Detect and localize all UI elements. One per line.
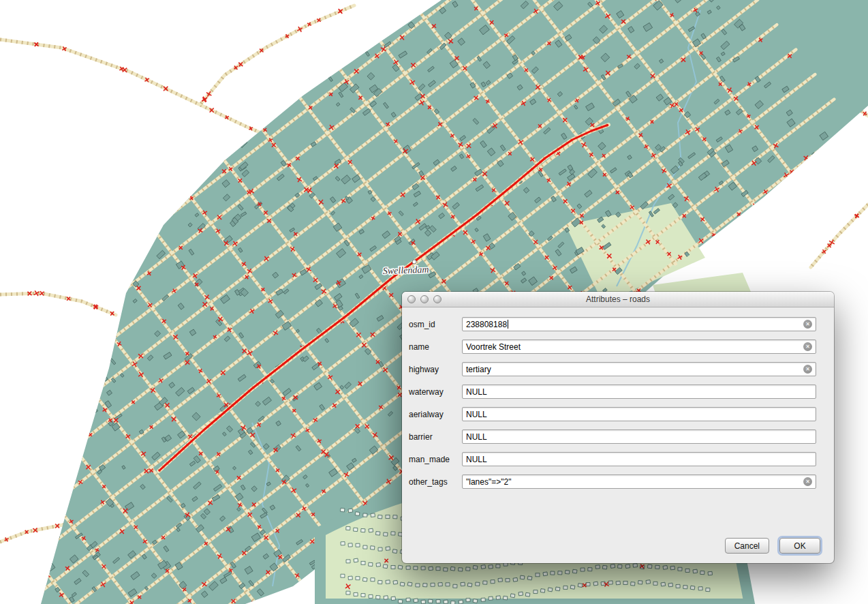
text-caret <box>508 320 508 329</box>
close-window-icon[interactable] <box>407 295 416 303</box>
field-row-man-made: man_made NULL <box>409 452 816 466</box>
field-label: osm_id <box>409 320 462 329</box>
red-x-marker <box>18 455 24 462</box>
red-x-marker <box>249 116 258 125</box>
red-x-marker <box>175 179 183 187</box>
red-x-marker <box>112 258 120 266</box>
red-x-marker <box>743 244 750 251</box>
field-value: 238808188 <box>466 320 507 329</box>
red-x-marker <box>0 515 7 524</box>
field-label: name <box>409 342 462 352</box>
zoom-window-icon[interactable] <box>433 295 441 303</box>
red-x-marker <box>12 331 20 338</box>
red-x-marker <box>36 322 43 329</box>
aerialway-input[interactable]: NULL <box>462 407 816 421</box>
red-x-marker <box>14 367 21 374</box>
red-x-marker <box>57 453 63 459</box>
field-row-aerialway: aerialway NULL <box>409 407 816 421</box>
red-x-marker <box>40 487 46 493</box>
red-x-marker <box>21 600 28 604</box>
field-value: NULL <box>466 455 487 464</box>
red-x-marker <box>410 0 418 7</box>
red-x-marker <box>114 289 123 297</box>
field-row-name: name Voortrek Street ✕ <box>409 339 816 354</box>
field-value: NULL <box>466 387 487 397</box>
red-x-marker <box>7 363 14 371</box>
field-label: other_tags <box>409 477 462 487</box>
clear-field-icon[interactable]: ✕ <box>803 342 812 351</box>
red-x-marker <box>854 156 863 165</box>
red-x-marker <box>10 451 18 459</box>
field-label: waterway <box>409 387 462 397</box>
dialog-title: Attributes – roads <box>402 295 834 304</box>
field-row-osm-id: osm_id 238808188 ✕ <box>409 317 816 331</box>
field-label: aerialway <box>409 410 462 419</box>
red-x-marker <box>211 146 219 153</box>
red-x-marker <box>759 213 766 220</box>
minimize-window-icon[interactable] <box>420 295 429 303</box>
field-label: barrier <box>409 432 462 442</box>
red-x-marker <box>121 264 128 271</box>
clear-field-icon[interactable]: ✕ <box>803 320 812 329</box>
red-x-marker <box>74 322 81 329</box>
red-x-marker <box>31 396 38 403</box>
clear-field-icon[interactable]: ✕ <box>803 477 812 486</box>
field-row-highway: highway tertiary ✕ <box>409 362 816 376</box>
red-x-marker <box>69 443 76 450</box>
red-x-marker <box>767 226 775 235</box>
red-x-marker <box>80 376 89 384</box>
place-label-swellendam: Swellendam <box>383 265 429 276</box>
red-x-marker <box>72 366 80 374</box>
red-x-marker <box>34 472 42 480</box>
red-x-marker <box>31 554 38 561</box>
red-x-marker <box>22 466 30 473</box>
red-x-marker <box>6 438 14 446</box>
barrier-input[interactable]: NULL <box>462 429 816 444</box>
red-x-marker <box>28 310 35 318</box>
red-x-marker <box>61 431 67 437</box>
red-x-marker <box>44 385 52 393</box>
red-x-marker <box>333 61 341 69</box>
field-value: tertiary <box>466 365 491 374</box>
red-x-marker <box>93 385 102 393</box>
field-row-waterway: waterway NULL <box>409 384 816 399</box>
red-x-marker <box>44 344 52 352</box>
red-x-marker <box>301 583 309 590</box>
ok-button[interactable]: OK <box>779 538 820 554</box>
red-x-marker <box>0 425 2 432</box>
other-tags-input[interactable]: "lanes"=>"2" ✕ <box>462 474 816 489</box>
red-x-marker <box>799 183 806 191</box>
field-label: man_made <box>409 455 462 464</box>
waterway-input[interactable]: NULL <box>462 384 816 399</box>
red-x-marker <box>56 495 62 501</box>
red-x-marker <box>369 30 376 37</box>
red-x-marker <box>18 299 25 306</box>
dialog-buttons: Cancel OK <box>725 538 820 554</box>
red-x-marker <box>783 239 790 246</box>
red-x-marker <box>790 209 796 216</box>
cancel-button[interactable]: Cancel <box>725 538 769 554</box>
red-x-marker <box>826 177 833 184</box>
red-x-marker <box>72 286 80 294</box>
red-x-marker <box>808 197 816 205</box>
red-x-marker <box>89 387 95 393</box>
red-x-marker <box>17 377 23 383</box>
red-x-marker <box>100 319 108 327</box>
field-value: Voortrek Street <box>466 342 521 352</box>
clear-field-icon[interactable]: ✕ <box>803 365 812 374</box>
red-x-marker <box>30 558 37 564</box>
osm-id-input[interactable]: 238808188 ✕ <box>462 317 816 331</box>
window-controls <box>407 295 441 303</box>
field-label: highway <box>409 365 462 374</box>
red-x-marker <box>97 238 104 245</box>
man-made-input[interactable]: NULL <box>462 452 816 466</box>
name-input[interactable]: Voortrek Street ✕ <box>462 339 816 354</box>
red-x-marker <box>42 409 51 418</box>
dialog-titlebar[interactable]: Attributes – roads <box>402 292 834 307</box>
field-row-other-tags: other_tags "lanes"=>"2" ✕ <box>409 474 816 489</box>
attributes-dialog: Attributes – roads osm_id 238808188 ✕ na… <box>402 292 834 563</box>
red-x-marker <box>725 246 733 254</box>
highway-input[interactable]: tertiary ✕ <box>462 362 816 376</box>
road-vertex-node <box>412 260 416 264</box>
red-x-marker <box>51 417 60 426</box>
